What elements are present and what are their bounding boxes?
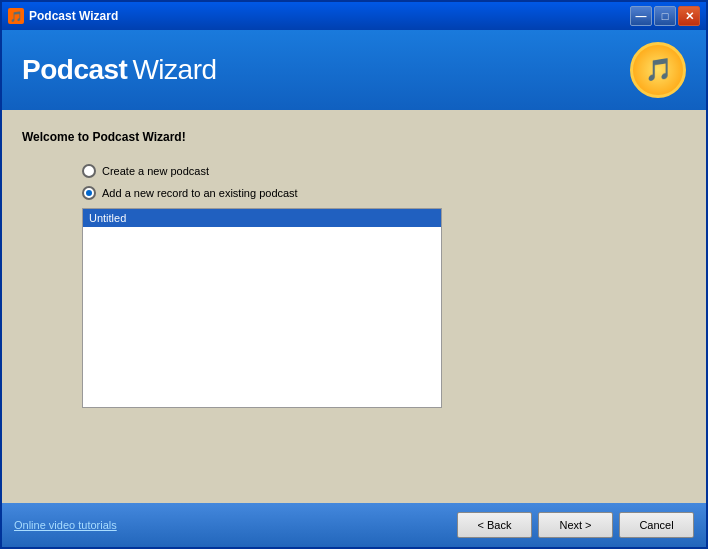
header-title-podcast: Podcast [22, 54, 127, 85]
minimize-button[interactable]: — [630, 6, 652, 26]
radio-circle-existing[interactable] [82, 186, 96, 200]
radio-group: Create a new podcast Add a new record to… [22, 164, 686, 200]
cancel-button[interactable]: Cancel [619, 512, 694, 538]
logo-music-icon: 🎵 [645, 57, 672, 83]
radio-create-new[interactable]: Create a new podcast [82, 164, 686, 178]
maximize-button[interactable]: □ [654, 6, 676, 26]
content-area: Welcome to Podcast Wizard! Create a new … [2, 110, 706, 503]
window-controls: — □ ✕ [630, 6, 700, 26]
online-tutorials-link[interactable]: Online video tutorials [14, 519, 117, 531]
radio-circle-create[interactable] [82, 164, 96, 178]
back-button[interactable]: < Back [457, 512, 532, 538]
welcome-text: Welcome to Podcast Wizard! [22, 130, 686, 144]
app-icon: 🎵 [8, 8, 24, 24]
next-button[interactable]: Next > [538, 512, 613, 538]
header-title: PodcastWizard [22, 54, 217, 86]
podcast-listbox[interactable]: Untitled [82, 208, 442, 408]
header-title-wizard: Wizard [132, 54, 216, 85]
radio-label-create: Create a new podcast [102, 165, 209, 177]
radio-add-existing[interactable]: Add a new record to an existing podcast [82, 186, 686, 200]
header-banner: PodcastWizard 🎵 [2, 30, 706, 110]
header-logo: 🎵 [630, 42, 686, 98]
footer: Online video tutorials < Back Next > Can… [2, 503, 706, 547]
podcast-wizard-window: 🎵 Podcast Wizard — □ ✕ PodcastWizard 🎵 W… [0, 0, 708, 549]
window-title: Podcast Wizard [29, 9, 630, 23]
listbox-item-untitled[interactable]: Untitled [83, 209, 441, 227]
titlebar: 🎵 Podcast Wizard — □ ✕ [2, 2, 706, 30]
radio-label-existing: Add a new record to an existing podcast [102, 187, 298, 199]
footer-buttons: < Back Next > Cancel [457, 512, 694, 538]
close-button[interactable]: ✕ [678, 6, 700, 26]
